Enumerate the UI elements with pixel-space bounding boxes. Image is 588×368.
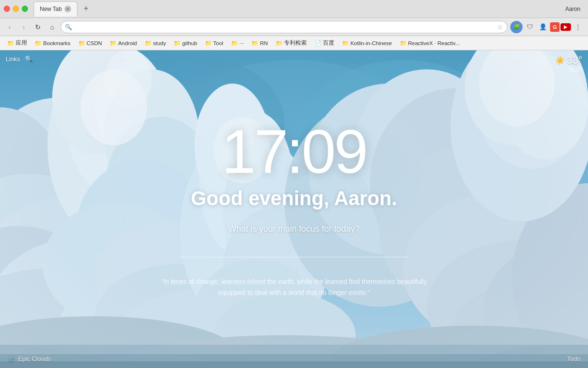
bookmark-baidu[interactable]: 📄 百度: [311, 38, 338, 48]
grammarly-icon[interactable]: G: [550, 22, 560, 32]
folder-icon: 📁: [174, 40, 181, 47]
user-name: Aaron: [565, 6, 580, 12]
forward-button[interactable]: ›: [18, 21, 29, 33]
new-tab-button[interactable]: +: [79, 2, 92, 16]
page-icon: 📄: [314, 40, 322, 47]
folder-icon: 📁: [251, 40, 258, 47]
settings-gear-icon: ⚙️: [8, 355, 15, 362]
bookmark-reactivex[interactable]: 📁 ReactiveX · Reactiv...: [396, 38, 463, 48]
focus-prompt: What is your main focus for today?: [228, 224, 359, 234]
traffic-lights: [4, 6, 28, 12]
fullscreen-button[interactable]: [22, 6, 28, 12]
bookmark-github[interactable]: 📁 github: [170, 38, 200, 48]
main-content: Links 🔍 ☀️ 33° 5107 17:09 Good evening, …: [0, 50, 588, 368]
address-input[interactable]: [74, 24, 495, 30]
folder-icon: 📁: [205, 40, 212, 47]
search-icon: 🔍: [65, 24, 72, 30]
focus-input[interactable]: [180, 243, 408, 257]
folder-icon: 📁: [276, 40, 283, 47]
account-icon[interactable]: 👤: [537, 21, 549, 33]
minimize-button[interactable]: [13, 6, 19, 12]
close-button[interactable]: [4, 6, 10, 12]
address-bar[interactable]: 🔍 ☆: [61, 21, 507, 33]
bookmark-bookmarks[interactable]: 📁 Bookmarks: [31, 38, 74, 48]
active-tab[interactable]: New Tab ✕: [34, 1, 77, 17]
toolbar-icons: 🧩 🛡 👤 G ▶ ⋮: [510, 21, 584, 33]
bookmark-study[interactable]: 📁 study: [141, 38, 170, 48]
tab-close-button[interactable]: ✕: [64, 6, 71, 12]
menu-icon[interactable]: ⋮: [572, 21, 584, 33]
settings-button[interactable]: ⚙️ Epic Clouds: [8, 355, 51, 362]
folder-icon: 📁: [35, 40, 42, 47]
toolbar: ‹ › ↻ ⌂ 🔍 ☆ 🧩 🛡 👤 G ▶ ⋮: [0, 18, 588, 36]
bookmark-star-icon[interactable]: ☆: [497, 23, 503, 31]
folder-icon: 📁: [110, 40, 117, 47]
extensions-icon[interactable]: 🧩: [510, 21, 523, 33]
folder-icon: 📁: [342, 40, 349, 47]
quote-text: "In times of change, learners inherit th…: [152, 276, 436, 298]
bookmarks-bar: 📁 应用 📁 Bookmarks 📁 CSDN 📁 Android 📁 stud…: [0, 36, 588, 50]
youtube-icon[interactable]: ▶: [560, 23, 571, 31]
bookmark-csdn[interactable]: 📁 CSDN: [75, 38, 106, 48]
bookmark-rn[interactable]: 📁 RN: [248, 38, 271, 48]
back-button[interactable]: ‹: [4, 21, 15, 33]
clock-display: 17:09: [221, 121, 366, 182]
shield-icon[interactable]: 🛡: [524, 21, 536, 33]
home-button[interactable]: ⌂: [46, 21, 58, 33]
bookmark-kotlin[interactable]: 📁 Kotlin-in-Chinese: [339, 38, 395, 48]
bookmark-more[interactable]: 📁 ···: [228, 38, 248, 48]
todo-button[interactable]: Todo: [567, 355, 580, 362]
bookmark-应用[interactable]: 📁 应用: [4, 38, 30, 48]
folder-icon: 📁: [7, 40, 14, 47]
titlebar: New Tab ✕ + Aaron: [0, 0, 588, 18]
bottom-bar: ⚙️ Epic Clouds Todo: [0, 349, 588, 368]
folder-icon: 📁: [231, 40, 238, 47]
reload-button[interactable]: ↻: [32, 21, 44, 33]
bookmark-android[interactable]: 📁 Android: [106, 38, 140, 48]
folder-icon: 📁: [145, 40, 152, 47]
settings-label: Epic Clouds: [18, 355, 51, 362]
tab-area: New Tab ✕ +: [34, 1, 565, 17]
bookmark-tool[interactable]: 📁 Tool: [202, 38, 227, 48]
folder-icon: 📁: [78, 40, 85, 47]
folder-icon: 📁: [400, 40, 407, 47]
tab-title: New Tab: [40, 6, 62, 12]
content-overlay: 17:09 Good evening, Aaron. What is your …: [0, 50, 588, 368]
bookmark-patent[interactable]: 📁 专利检索: [272, 38, 310, 48]
greeting-text: Good evening, Aaron.: [191, 187, 397, 210]
